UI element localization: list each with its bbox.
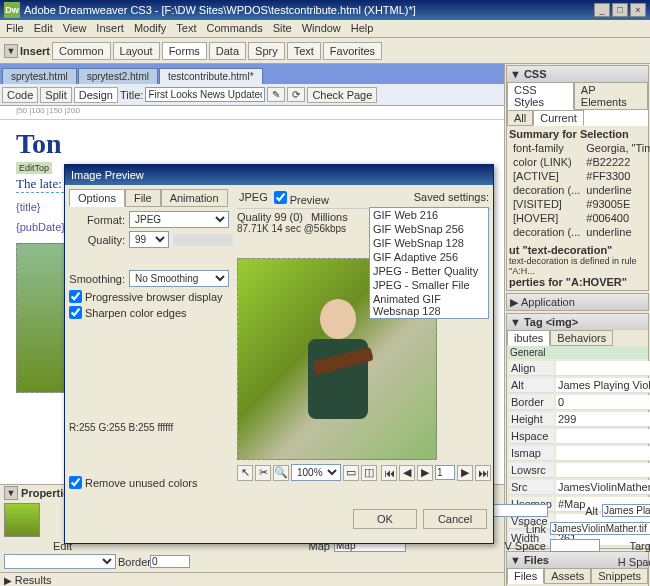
- menu-insert[interactable]: Insert: [96, 22, 124, 35]
- props-target-select[interactable]: [4, 554, 116, 569]
- tag-tab-attr[interactable]: ibutes: [507, 330, 550, 346]
- prev-frame-icon[interactable]: ◀: [399, 465, 415, 481]
- first-frame-icon[interactable]: ⏮: [381, 465, 397, 481]
- saved-opt-1[interactable]: GIF WebSnap 256: [370, 222, 488, 236]
- insert-tab-favorites[interactable]: Favorites: [323, 42, 382, 60]
- insert-tab-forms[interactable]: Forms: [162, 42, 207, 60]
- dialog-tab-file[interactable]: File: [125, 189, 161, 207]
- menu-window[interactable]: Window: [302, 22, 341, 35]
- props-expand-icon[interactable]: ▼: [4, 486, 18, 500]
- saved-opt-0[interactable]: GIF Web 216: [370, 208, 488, 222]
- preview-checkbox[interactable]: [274, 191, 287, 204]
- minimize-button[interactable]: _: [594, 3, 610, 17]
- tag-tab-behav[interactable]: Behaviors: [550, 330, 613, 346]
- saved-opt-5[interactable]: JPEG - Smaller File: [370, 278, 488, 292]
- next-frame-icon[interactable]: ▶: [457, 465, 473, 481]
- doc-tab-3[interactable]: testcontribute.html*: [159, 68, 263, 84]
- doc-tab-2[interactable]: sprytest2.html: [78, 68, 158, 84]
- css-subtab-current[interactable]: Current: [533, 110, 584, 126]
- menu-help[interactable]: Help: [351, 22, 374, 35]
- insert-tab-text[interactable]: Text: [287, 42, 321, 60]
- frame-input[interactable]: [435, 465, 455, 480]
- split-view-button[interactable]: Split: [40, 87, 71, 103]
- css-summary-title: Summary for Selection: [509, 128, 629, 140]
- close-button[interactable]: ×: [630, 3, 646, 17]
- split-1-icon[interactable]: ▭: [343, 465, 359, 481]
- saved-opt-2[interactable]: GIF WebSnap 128: [370, 236, 488, 250]
- quality-label: Quality:: [69, 234, 125, 246]
- dialog-tab-options[interactable]: Options: [69, 189, 125, 207]
- files-expand-icon[interactable]: ▼: [510, 554, 521, 566]
- crop-tool-icon[interactable]: ✂: [255, 465, 271, 481]
- info-quality: Quality 99 (0): [237, 211, 303, 223]
- quality-select[interactable]: 99: [129, 231, 169, 248]
- files-tab-snippets[interactable]: Snippets: [591, 568, 648, 584]
- check-page-button[interactable]: Check Page: [307, 87, 377, 103]
- props-vspace-input[interactable]: [550, 539, 600, 552]
- format-select[interactable]: JPEG: [129, 211, 229, 228]
- css-rule-title: ut "text-decoration": [509, 244, 612, 256]
- dialog-tab-animation[interactable]: Animation: [161, 189, 228, 207]
- toolbar-icon-2[interactable]: ⟳: [287, 87, 305, 102]
- zoom-tool-icon[interactable]: 🔍: [273, 465, 289, 481]
- insert-expand-icon[interactable]: ▼: [4, 44, 18, 58]
- last-frame-icon[interactable]: ⏭: [475, 465, 491, 481]
- tag-panel-title: Tag <img>: [524, 316, 578, 328]
- files-tab-files[interactable]: Files: [507, 568, 544, 584]
- props-alt-label: Alt: [550, 505, 600, 517]
- menu-commands[interactable]: Commands: [206, 22, 262, 35]
- files-tab-assets[interactable]: Assets: [544, 568, 591, 584]
- title-input[interactable]: [145, 87, 265, 102]
- menu-file[interactable]: File: [6, 22, 24, 35]
- tag-expand-icon[interactable]: ▼: [510, 316, 521, 328]
- cancel-button[interactable]: Cancel: [423, 509, 487, 529]
- insert-label: Insert: [20, 45, 50, 57]
- app-expand-icon[interactable]: ▶: [510, 296, 518, 309]
- css-tab-styles[interactable]: CSS Styles: [507, 82, 574, 110]
- image-preview-dialog: Image Preview Options File Animation For…: [64, 164, 494, 544]
- split-2-icon[interactable]: ◫: [361, 465, 377, 481]
- saved-opt-4[interactable]: JPEG - Better Quality: [370, 264, 488, 278]
- smoothing-select[interactable]: No Smoothing: [129, 270, 229, 287]
- preview-label: Preview: [290, 194, 329, 206]
- menu-modify[interactable]: Modify: [134, 22, 166, 35]
- css-expand-icon[interactable]: ▼: [510, 68, 521, 80]
- ok-button[interactable]: OK: [353, 509, 417, 529]
- insert-tab-common[interactable]: Common: [52, 42, 111, 60]
- play-icon[interactable]: ▶: [417, 465, 433, 481]
- doc-tab-1[interactable]: sprytest.html: [2, 68, 77, 84]
- menu-text[interactable]: Text: [176, 22, 196, 35]
- tag-attributes-table[interactable]: Align AltJames Playing Violin Border0 He…: [507, 359, 650, 548]
- sharpen-checkbox[interactable]: [69, 306, 82, 319]
- css-props-for: perties for "A:HOVER": [509, 276, 627, 288]
- code-view-button[interactable]: Code: [2, 87, 38, 103]
- insert-tab-spry[interactable]: Spry: [248, 42, 285, 60]
- pointer-tool-icon[interactable]: ↖: [237, 465, 253, 481]
- tag-section-general[interactable]: General: [507, 346, 648, 359]
- saved-opt-3[interactable]: GIF Adaptive 256: [370, 250, 488, 264]
- saved-opt-6[interactable]: Animated GIF Websnap 128: [370, 292, 488, 318]
- menu-edit[interactable]: Edit: [34, 22, 53, 35]
- menu-view[interactable]: View: [63, 22, 87, 35]
- app-logo: Dw: [4, 2, 20, 18]
- menu-site[interactable]: Site: [273, 22, 292, 35]
- props-link-input[interactable]: [550, 522, 650, 535]
- props-border-input[interactable]: [150, 555, 190, 568]
- css-subtab-all[interactable]: All: [507, 110, 533, 126]
- props-thumb: [4, 503, 40, 537]
- saved-settings-dropdown[interactable]: GIF Web 216 GIF WebSnap 256 GIF WebSnap …: [369, 207, 489, 319]
- design-view-button[interactable]: Design: [74, 87, 118, 103]
- insert-tab-data[interactable]: Data: [209, 42, 246, 60]
- css-tab-ap[interactable]: AP Elements: [574, 82, 648, 110]
- remove-unused-checkbox[interactable]: [69, 476, 82, 489]
- zoom-select[interactable]: 100%: [291, 464, 341, 481]
- maximize-button[interactable]: □: [612, 3, 628, 17]
- quality-slider[interactable]: [173, 234, 233, 246]
- rgb-readout: R:255 G:255 B:255 ffffff: [69, 422, 233, 433]
- progressive-checkbox[interactable]: [69, 290, 82, 303]
- results-panel[interactable]: ▶ Results: [0, 572, 504, 586]
- props-alt-input[interactable]: [602, 504, 650, 517]
- insert-tab-layout[interactable]: Layout: [113, 42, 160, 60]
- toolbar-icon-1[interactable]: ✎: [267, 87, 285, 102]
- props-target-label: Target: [602, 540, 650, 552]
